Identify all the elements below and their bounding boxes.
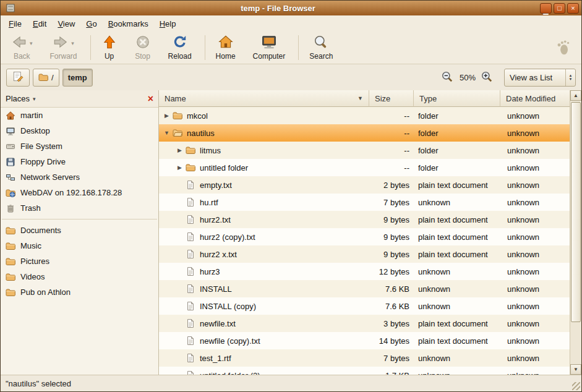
file-row-litmus[interactable]: ▶litmus--folderunknown	[159, 142, 570, 159]
sidebar-item-trash[interactable]: Trash	[1, 200, 158, 216]
sidebar-item-label: Trash	[20, 203, 41, 213]
file-icon	[186, 284, 195, 294]
forward-button[interactable]: ▾ Forward	[45, 33, 83, 62]
sidebar-item-floppy-drive[interactable]: Floppy Drive	[1, 154, 158, 169]
modified-cell: unknown	[500, 245, 570, 263]
sidebar-item-label: Music	[20, 241, 41, 250]
type-cell: plain text document	[414, 211, 500, 228]
file-name: mkcol	[187, 111, 208, 121]
scroll-up-icon[interactable]: ▲	[570, 90, 581, 101]
sidebar-item-martin[interactable]: martin	[1, 108, 158, 123]
toolbar-separator	[90, 35, 91, 60]
column-header-type[interactable]: Type	[414, 90, 500, 107]
computer-button[interactable]: Computer	[247, 33, 291, 62]
menu-item-help[interactable]: Help	[154, 17, 182, 31]
menu-item-bookmarks[interactable]: Bookmarks	[103, 17, 154, 31]
floppy-icon	[6, 157, 15, 167]
forward-dropdown-icon[interactable]: ▾	[71, 40, 74, 46]
menu-item-file[interactable]: File	[3, 17, 27, 31]
file-row-hurz2-x-txt[interactable]: hurz2 x.txt9 bytesplain text documentunk…	[159, 245, 570, 263]
folder-icon	[38, 72, 48, 82]
sidebar-item-desktop[interactable]: Desktop	[1, 123, 158, 138]
sidebar-item-pictures[interactable]: Pictures	[1, 254, 158, 269]
reload-button[interactable]: Reload	[163, 33, 197, 62]
minimize-button[interactable]: ▁	[540, 3, 552, 14]
expander-icon[interactable]: ▶	[174, 164, 185, 171]
modified-cell: unknown	[500, 263, 570, 280]
stop-button[interactable]: Stop	[129, 33, 156, 62]
column-header-label: Size	[375, 94, 390, 103]
modified-cell: unknown	[500, 367, 570, 375]
zoom-in-icon[interactable]	[481, 70, 494, 84]
view-mode-stepper-icon[interactable]: ▲▼	[565, 69, 575, 86]
places-caret-icon[interactable]: ▾	[33, 96, 36, 102]
sidebar-item-documents[interactable]: Documents	[1, 223, 158, 238]
home-button[interactable]: Home	[210, 33, 241, 62]
sidebar-item-pub-on-athlon[interactable]: Pub on Athlon	[1, 284, 158, 300]
scrollbar-thumb[interactable]	[571, 102, 581, 322]
places-close-icon[interactable]: ×	[148, 94, 153, 104]
sidebar-item-file-system[interactable]: File System	[1, 138, 158, 154]
file-row-newfile-copy-txt[interactable]: newfile (copy).txt14 bytesplain text doc…	[159, 332, 570, 349]
menu-item-view[interactable]: View	[52, 17, 80, 31]
expander-icon[interactable]: ▼	[161, 130, 172, 136]
file-row-hu-rtf[interactable]: hu.rtf7 bytesunknownunknown	[159, 194, 570, 211]
close-button[interactable]: ×	[567, 3, 579, 14]
path-button-temp[interactable]: temp	[62, 69, 93, 87]
edit-location-button[interactable]	[6, 69, 30, 87]
sidebar-item-music[interactable]: Music	[1, 238, 158, 254]
up-icon	[101, 34, 118, 53]
size-cell: 7.6 KB	[369, 297, 414, 315]
size-cell: 14 bytes	[369, 332, 414, 349]
up-button[interactable]: Up	[96, 33, 123, 62]
file-row-hurz2-copy-txt[interactable]: hurz2 (copy).txt9 bytesplain text docume…	[159, 228, 570, 245]
scroll-down-icon[interactable]: ▼	[570, 364, 581, 375]
type-cell: unknown	[414, 263, 500, 280]
vertical-scrollbar[interactable]: ▲ ▼	[570, 90, 581, 375]
sidebar-item-webdav-on-192-168-178-28[interactable]: WebDAV on 192.168.178.28	[1, 185, 158, 200]
maximize-button[interactable]: □	[554, 3, 565, 14]
file-row-install[interactable]: INSTALL7.6 KBunknownunknown	[159, 280, 570, 297]
file-row-untitled-folder-2[interactable]: untitled folder (2)1.7 KBunknownunknown	[159, 367, 570, 375]
name-cell: test_1.rtf	[159, 349, 369, 367]
file-row-nautilus[interactable]: ▼nautilus--folderunknown	[159, 124, 570, 142]
back-dropdown-icon[interactable]: ▾	[30, 40, 33, 46]
menu-item-edit[interactable]: Edit	[27, 17, 52, 31]
path-root-label: /	[51, 73, 54, 82]
file-row-hurz2-txt[interactable]: hurz2.txt9 bytesplain text documentunkno…	[159, 211, 570, 228]
back-button[interactable]: ▾ Back	[6, 33, 38, 62]
file-row-mkcol[interactable]: ▶mkcol--folderunknown	[159, 107, 570, 124]
file-row-untitled-folder[interactable]: ▶untitled folder--folderunknown	[159, 159, 570, 176]
resize-grip[interactable]	[572, 382, 580, 390]
back-icon	[11, 34, 27, 53]
zoom-out-icon[interactable]	[441, 70, 455, 84]
file-browser-window: temp - File Browser ▁ □ × FileEditViewGo…	[0, 0, 582, 392]
column-header-date-modified[interactable]: Date Modified	[500, 90, 570, 107]
expander-icon[interactable]: ▶	[174, 147, 185, 153]
file-row-hurz3[interactable]: hurz312 bytesunknownunknown	[159, 263, 570, 280]
column-header-size[interactable]: Size	[369, 90, 414, 107]
file-row-empty-txt[interactable]: empty.txt2 bytesplain text documentunkno…	[159, 176, 570, 194]
file-icon	[186, 318, 195, 328]
modified-cell: unknown	[500, 211, 570, 228]
places-title[interactable]: Places	[6, 94, 30, 103]
folder-icon	[6, 272, 15, 282]
search-button[interactable]: Search	[304, 33, 338, 62]
menu-item-go[interactable]: Go	[80, 17, 102, 31]
sidebar-item-label: Pictures	[20, 257, 49, 266]
sidebar-item-videos[interactable]: Videos	[1, 269, 158, 284]
column-header-name[interactable]: Name▼	[159, 90, 369, 107]
path-button-root[interactable]: /	[33, 69, 59, 87]
places-header: Places ▾ ×	[1, 90, 158, 108]
gnome-throbber-icon	[555, 39, 571, 56]
titlebar[interactable]: temp - File Browser ▁ □ ×	[1, 1, 581, 15]
view-mode-select[interactable]: View as List ▲▼	[504, 69, 576, 87]
forward-icon	[53, 34, 69, 53]
modified-cell: unknown	[500, 297, 570, 315]
name-cell: ▶mkcol	[159, 107, 369, 124]
expander-icon[interactable]: ▶	[161, 113, 172, 119]
file-row-install-copy[interactable]: INSTALL (copy)7.6 KBunknownunknown	[159, 297, 570, 315]
file-row-newfile-txt[interactable]: newfile.txt3 bytesplain text documentunk…	[159, 315, 570, 332]
file-row-test-1-rtf[interactable]: test_1.rtf7 bytesunknownunknown	[159, 349, 570, 367]
sidebar-item-network-servers[interactable]: Network Servers	[1, 169, 158, 185]
